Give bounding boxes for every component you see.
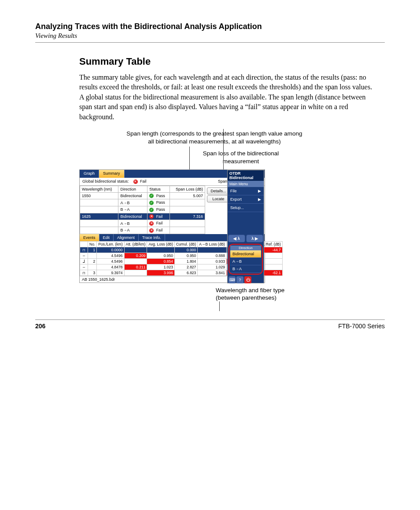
tab-graph[interactable]: Graph — [80, 170, 99, 178]
menu-setup[interactable]: Setup... — [228, 204, 264, 212]
menu-header: Main Menu — [228, 181, 264, 187]
global-status-label: Global bidirectional status: — [82, 179, 129, 183]
app-title: OTDR Bidirectional — [228, 170, 264, 181]
annotation-span-length-2: all bidirectional measurements, at all w… — [148, 138, 281, 145]
right-sidebar: OTDR Bidirectional Main Menu File▶ Expor… — [227, 170, 264, 283]
help-icon[interactable]: ? — [236, 276, 243, 283]
col-direction: Direction — [118, 186, 147, 192]
annotation-wavelength-fiber-2: (between parentheses) — [216, 294, 276, 301]
col-wavelength: Wavelength (nm) — [80, 186, 118, 192]
lambda-next-button[interactable]: λ ▶ — [246, 235, 263, 242]
subtab-alignment[interactable]: Alignment — [114, 234, 139, 241]
annotation-span-loss: Span loss of the bidirectional — [203, 150, 279, 157]
section-subtitle: Viewing Results — [35, 32, 385, 40]
subtab-trace-info[interactable]: Trace Info. — [139, 234, 165, 241]
table-row[interactable]: A→B✕ Fail — [80, 220, 205, 227]
keyboard-icon[interactable]: ⌨ — [228, 276, 236, 283]
ev-col-pos: Pos./Len. (km) — [97, 241, 124, 247]
details-button[interactable]: Details... — [207, 187, 230, 194]
direction-header: Direction — [230, 246, 261, 250]
body-paragraph: The summary table gives, for each wavele… — [79, 73, 376, 122]
direction-panel: Direction Bidirectional A→B B→A — [228, 244, 263, 275]
direction-ba[interactable]: B→A — [230, 265, 261, 273]
annotation-wavelength-fiber: Wavelength and fiber type — [216, 287, 284, 294]
chevron-right-icon: ▶ — [258, 189, 261, 193]
chapter-title: Analyzing Traces with the Bidirectional … — [35, 22, 385, 31]
callout-line — [219, 301, 220, 311]
table-row[interactable]: 1625Bidirectional✕ Fail7.316 — [80, 213, 205, 220]
global-status-value: Fail — [140, 179, 147, 183]
direction-bidirectional[interactable]: Bidirectional — [230, 250, 261, 258]
subtab-events[interactable]: Events — [80, 234, 99, 241]
heading-summary-table: Summary Table — [79, 56, 376, 67]
annotation-span-length: Span length (corresponds to the greatest… — [126, 130, 302, 137]
power-icon[interactable]: ⏻ — [244, 276, 251, 283]
ev-col-cumul: Cumul. (dB) — [174, 241, 197, 247]
file-label: AB 1550_1625.bdr — [82, 277, 115, 282]
ev-col-ab: A→B Loss (dB) — [198, 241, 227, 247]
app-screenshot: Graph Summary Global bidirectional statu… — [79, 169, 265, 283]
tab-summary[interactable]: Summary — [99, 170, 125, 178]
ev-col-avg: Avg. Loss (dB) — [147, 241, 175, 247]
annotation-span-loss-2: measurement — [223, 158, 259, 165]
menu-file[interactable]: File▶ — [228, 187, 264, 195]
table-row[interactable]: A→B✓ Pass — [80, 199, 205, 206]
table-row[interactable]: 1550Bidirectional✓ Pass5.007 — [80, 192, 205, 199]
table-row[interactable]: B→A✓ Pass — [80, 206, 205, 213]
menu-export[interactable]: Export▶ — [228, 195, 264, 204]
col-span-loss: Span Loss (dB) — [169, 186, 205, 192]
summary-table: Wavelength (nm) Direction Status Span Lo… — [80, 186, 205, 234]
table-row[interactable]: B→A✕ Fail — [80, 227, 205, 234]
ev-col-no: No. — [88, 241, 97, 247]
ev-col-att: Att. (dB/km) — [124, 241, 147, 247]
chevron-right-icon: ▶ — [258, 197, 261, 202]
divider — [35, 319, 385, 320]
lambda-prev-button[interactable]: ◀ λ — [228, 235, 245, 242]
page-number: 206 — [35, 323, 45, 330]
fail-icon: ✕ — [133, 180, 138, 184]
divider — [35, 42, 385, 43]
locate-button[interactable]: Locate — [207, 195, 230, 202]
direction-ab[interactable]: A→B — [230, 258, 261, 265]
subtab-edit[interactable]: Edit — [99, 234, 114, 241]
series-label: FTB-7000 Series — [338, 323, 385, 330]
col-status: Status — [147, 186, 169, 192]
